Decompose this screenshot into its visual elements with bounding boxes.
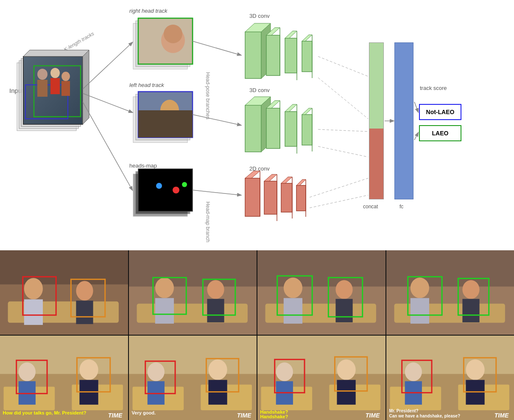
svg-marker-5 bbox=[23, 50, 89, 56]
svg-rect-19 bbox=[138, 110, 193, 137]
svg-rect-105 bbox=[284, 298, 302, 324]
svg-point-18 bbox=[160, 100, 179, 121]
svg-line-26 bbox=[83, 42, 132, 89]
svg-rect-98 bbox=[207, 299, 224, 322]
svg-point-125 bbox=[79, 359, 98, 380]
svg-marker-6 bbox=[83, 50, 89, 124]
svg-rect-62 bbox=[281, 183, 292, 212]
svg-point-77 bbox=[37, 69, 47, 80]
not-laeo-box: Not-LAEO bbox=[419, 104, 461, 120]
svg-line-70 bbox=[318, 129, 368, 132]
heads-map-label: heads-map bbox=[129, 162, 157, 169]
svg-line-71 bbox=[318, 146, 368, 157]
svg-rect-82 bbox=[50, 78, 60, 94]
svg-rect-65 bbox=[296, 185, 306, 211]
svg-marker-33 bbox=[245, 23, 271, 32]
svg-point-24 bbox=[173, 187, 179, 193]
svg-rect-32 bbox=[245, 32, 261, 78]
svg-line-73 bbox=[310, 195, 368, 208]
svg-line-72 bbox=[310, 178, 368, 197]
video-cell-r1c1 bbox=[0, 250, 128, 335]
svg-text:TIME: TIME bbox=[108, 412, 123, 419]
svg-marker-42 bbox=[302, 35, 312, 41]
svg-rect-103 bbox=[265, 304, 376, 323]
svg-text:Can we have a handshake, pleas: Can we have a handshake, please? bbox=[389, 414, 460, 418]
svg-point-115 bbox=[462, 280, 479, 299]
svg-rect-7 bbox=[34, 66, 81, 117]
svg-line-76 bbox=[414, 133, 418, 140]
svg-rect-17 bbox=[138, 92, 193, 137]
svg-marker-36 bbox=[266, 28, 280, 35]
k-length-tracks-label: K-length tracks bbox=[63, 31, 95, 53]
svg-rect-59 bbox=[264, 181, 277, 214]
head-pose-branch-label: Head-pose branches bbox=[205, 72, 211, 119]
laeo-box: LAEO bbox=[419, 125, 461, 141]
svg-line-68 bbox=[318, 56, 368, 76]
svg-text:TIME: TIME bbox=[494, 412, 508, 419]
svg-point-14 bbox=[164, 25, 182, 43]
svg-marker-48 bbox=[266, 101, 280, 108]
svg-rect-12 bbox=[138, 18, 193, 64]
svg-marker-60 bbox=[264, 174, 277, 181]
svg-point-79 bbox=[61, 72, 70, 81]
right-head-track-label: right head track bbox=[129, 8, 168, 14]
svg-marker-66 bbox=[296, 179, 306, 185]
svg-point-86 bbox=[24, 278, 43, 299]
svg-rect-20 bbox=[133, 174, 187, 216]
architecture-diagram: Input video K-length tracks right head t… bbox=[0, 0, 514, 246]
svg-point-81 bbox=[50, 68, 60, 78]
svg-point-13 bbox=[161, 28, 185, 53]
svg-rect-80 bbox=[61, 81, 70, 96]
svg-line-69 bbox=[318, 78, 368, 119]
svg-line-28 bbox=[83, 102, 132, 190]
diagram-svg bbox=[0, 0, 514, 246]
head-map-branch-label: Head-map branch bbox=[205, 202, 211, 242]
svg-rect-107 bbox=[335, 299, 352, 322]
svg-point-149 bbox=[337, 359, 355, 380]
svg-rect-53 bbox=[302, 115, 312, 145]
svg-line-31 bbox=[193, 190, 241, 195]
svg-text:Mr. President?: Mr. President? bbox=[389, 409, 418, 413]
video-cell-r2c3: Handshake? Handshake? TIME bbox=[257, 336, 386, 420]
svg-rect-87 bbox=[24, 300, 43, 325]
video-cell-r2c2: Very good. TIME bbox=[129, 336, 257, 420]
svg-rect-41 bbox=[302, 41, 312, 72]
svg-line-27 bbox=[83, 93, 132, 112]
input-video-label: Input video bbox=[9, 87, 40, 94]
svg-marker-46 bbox=[261, 97, 271, 152]
svg-rect-116 bbox=[462, 299, 479, 322]
svg-point-97 bbox=[207, 280, 224, 299]
svg-point-160 bbox=[405, 362, 422, 381]
svg-rect-150 bbox=[337, 380, 355, 405]
svg-rect-56 bbox=[245, 178, 260, 216]
svg-point-135 bbox=[147, 362, 164, 381]
svg-rect-0 bbox=[17, 63, 76, 131]
svg-line-30 bbox=[193, 115, 241, 125]
svg-marker-63 bbox=[281, 177, 292, 183]
svg-text:TIME: TIME bbox=[366, 412, 380, 419]
svg-point-104 bbox=[284, 277, 302, 298]
svg-rect-15 bbox=[133, 97, 187, 143]
svg-rect-35 bbox=[266, 35, 280, 76]
svg-rect-9 bbox=[133, 23, 187, 69]
svg-rect-44 bbox=[245, 105, 261, 152]
svg-point-23 bbox=[156, 183, 162, 189]
svg-line-75 bbox=[414, 102, 418, 112]
svg-point-25 bbox=[182, 182, 187, 187]
svg-line-29 bbox=[193, 41, 241, 55]
svg-rect-47 bbox=[266, 108, 280, 148]
svg-rect-22 bbox=[138, 169, 193, 211]
svg-marker-34 bbox=[261, 23, 271, 78]
svg-rect-11 bbox=[138, 18, 193, 64]
conv-3d-label-1: 3D conv bbox=[249, 13, 270, 19]
svg-rect-16 bbox=[136, 94, 190, 140]
svg-rect-21 bbox=[136, 171, 190, 214]
svg-text:Very good.: Very good. bbox=[131, 410, 155, 415]
svg-point-123 bbox=[19, 362, 36, 381]
concat-label: concat bbox=[363, 204, 378, 210]
svg-rect-96 bbox=[155, 298, 173, 324]
svg-marker-57 bbox=[245, 171, 260, 178]
svg-marker-51 bbox=[285, 104, 297, 112]
svg-text:Handshake?: Handshake? bbox=[260, 414, 288, 419]
svg-marker-39 bbox=[285, 31, 297, 38]
